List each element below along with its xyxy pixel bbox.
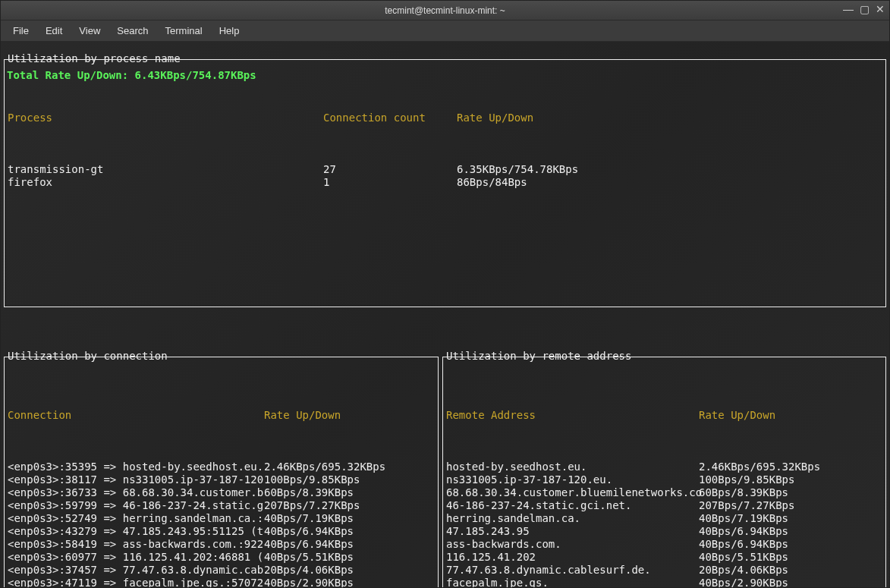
remote-rate: 2.46KBps/695.32KBps	[699, 461, 820, 473]
titlebar[interactable]: tecmint@tecmint-linux-mint: ~ — ▢ ✕	[1, 1, 889, 20]
process-conn-count: 27	[323, 163, 457, 176]
hdr-remote-rate: Rate Up/Down	[699, 409, 775, 422]
remote-rate: 40Bps/2.90KBps	[699, 577, 788, 587]
remote-rate: 40Bps/6.94KBps	[699, 538, 788, 551]
connection-rate: 40Bps/5.51KBps	[264, 551, 354, 564]
remote-row: 77.47.63.8.dynamic.cablesurf.de.20Bps/4.…	[446, 564, 882, 577]
hdr-rate: Rate Up/Down	[457, 112, 533, 124]
menu-file[interactable]: File	[5, 22, 36, 39]
process-row: transmission-gt276.35KBps/754.78KBps	[8, 163, 882, 176]
menu-view[interactable]: View	[71, 22, 108, 39]
connection-rate: 40Bps/6.94KBps	[264, 525, 354, 538]
remote-row: ns331005.ip-37-187-120.eu.100Bps/9.85KBp…	[446, 473, 882, 486]
remote-address: 47.185.243.95	[446, 525, 699, 538]
connection-rate: 2.46KBps/695.32KBps	[264, 461, 385, 473]
window-title: tecmint@tecmint-linux-mint: ~	[385, 5, 505, 16]
connection-rate: 40Bps/2.90KBps	[264, 577, 354, 587]
process-conn-count: 1	[323, 176, 457, 189]
connection-row: <enp0s3>:43279 => 47.185.243.95:51125 (t…	[8, 525, 435, 538]
pane-process: Utilization by process name ProcessConne…	[4, 59, 886, 307]
connection-name: <enp0s3>:47119 => facepalm.jpe.gs.:57072	[8, 577, 264, 587]
maximize-icon[interactable]: ▢	[860, 4, 870, 14]
connection-rate: 40Bps/7.19KBps	[264, 512, 354, 525]
connection-name: <enp0s3>:52749 => herring.sandelman.ca.:	[8, 512, 264, 525]
process-row: firefox186Bps/84Bps	[8, 176, 882, 189]
remote-row: 68.68.30.34.customer.bluemilenetworks.co…	[446, 486, 882, 499]
connection-row: <enp0s3>:37457 => 77.47.63.8.dynamic.cab…	[8, 564, 435, 577]
connection-name: <enp0s3>:35395 => hosted-by.seedhost.eu.	[8, 461, 264, 473]
process-name: transmission-gt	[8, 163, 323, 176]
remote-address: hosted-by.seedhost.eu.	[446, 461, 699, 473]
menu-search[interactable]: Search	[109, 22, 156, 39]
menu-edit[interactable]: Edit	[38, 22, 70, 39]
connection-name: <enp0s3>:59799 => 46-186-237-24.static.g	[8, 499, 264, 512]
connection-name: <enp0s3>:38117 => ns331005.ip-37-187-120	[8, 473, 264, 486]
remote-row: herring.sandelman.ca.40Bps/7.19KBps	[446, 512, 882, 525]
connection-rate: 207Bps/7.27KBps	[264, 499, 360, 512]
menu-help[interactable]: Help	[212, 22, 247, 39]
remote-row: 46-186-237-24.static.gci.net.207Bps/7.27…	[446, 499, 882, 512]
hdr-connection: Connection	[8, 409, 264, 422]
remote-rate: 40Bps/7.19KBps	[699, 512, 788, 525]
pane-process-title: Utilization by process name	[8, 52, 181, 65]
remote-address: herring.sandelman.ca.	[446, 512, 699, 525]
connection-row: <enp0s3>:36733 => 68.68.30.34.customer.b…	[8, 486, 435, 499]
close-icon[interactable]: ✕	[876, 4, 885, 14]
remote-address: 68.68.30.34.customer.bluemilenetworks.co	[446, 486, 699, 499]
minimize-icon[interactable]: —	[843, 4, 854, 14]
connection-row: <enp0s3>:59799 => 46-186-237-24.static.g…	[8, 499, 435, 512]
remote-row: 47.185.243.9540Bps/6.94KBps	[446, 525, 882, 538]
connection-name: <enp0s3>:43279 => 47.185.243.95:51125 (t	[8, 525, 264, 538]
remote-rate: 100Bps/9.85KBps	[699, 473, 794, 486]
menu-terminal[interactable]: Terminal	[158, 22, 210, 39]
remote-rate: 207Bps/7.27KBps	[699, 499, 794, 512]
connection-rate: 60Bps/8.39KBps	[264, 486, 354, 499]
hdr-conn-count: Connection count	[323, 112, 457, 124]
connection-name: <enp0s3>:37457 => 77.47.63.8.dynamic.cab	[8, 564, 264, 577]
remote-rate: 40Bps/5.51KBps	[699, 551, 788, 564]
hdr-remote: Remote Address	[446, 409, 699, 422]
connection-row: <enp0s3>:38117 => ns331005.ip-37-187-120…	[8, 473, 435, 486]
connection-rate: 100Bps/9.85KBps	[264, 473, 360, 486]
remote-row: facepalm.jpe.gs.40Bps/2.90KBps	[446, 577, 882, 587]
remote-address: 77.47.63.8.dynamic.cablesurf.de.	[446, 564, 699, 577]
connection-row: <enp0s3>:47119 => facepalm.jpe.gs.:57072…	[8, 577, 435, 587]
remote-rate: 40Bps/6.94KBps	[699, 525, 788, 538]
remote-row: hosted-by.seedhost.eu.2.46KBps/695.32KBp…	[446, 461, 882, 473]
hdr-process: Process	[8, 112, 323, 124]
connection-row: <enp0s3>:52749 => herring.sandelman.ca.:…	[8, 512, 435, 525]
process-name: firefox	[8, 176, 323, 189]
pane-connection: Utilization by connection ConnectionRate…	[4, 357, 439, 587]
connection-name: <enp0s3>:58419 => ass-backwards.com.:922	[8, 538, 264, 551]
remote-row: 116.125.41.20240Bps/5.51KBps	[446, 551, 882, 564]
remote-address: facepalm.jpe.gs.	[446, 577, 699, 587]
remote-address: 46-186-237-24.static.gci.net.	[446, 499, 699, 512]
menubar: File Edit View Search Terminal Help	[1, 20, 889, 42]
connection-rate: 20Bps/4.06KBps	[264, 564, 354, 577]
remote-row: ass-backwards.com.40Bps/6.94KBps	[446, 538, 882, 551]
remote-address: 116.125.41.202	[446, 551, 699, 564]
remote-address: ass-backwards.com.	[446, 538, 699, 551]
remote-address: ns331005.ip-37-187-120.eu.	[446, 473, 699, 486]
window-controls: — ▢ ✕	[843, 4, 885, 14]
process-rate: 6.35KBps/754.78KBps	[457, 163, 578, 176]
pane-remote: Utilization by remote address Remote Add…	[442, 357, 886, 587]
connection-rate: 40Bps/6.94KBps	[264, 538, 354, 551]
remote-rate: 20Bps/4.06KBps	[699, 564, 788, 577]
connection-row: <enp0s3>:35395 => hosted-by.seedhost.eu.…	[8, 461, 435, 473]
connection-row: <enp0s3>:60977 => 116.125.41.202:46881 (…	[8, 551, 435, 564]
connection-row: <enp0s3>:58419 => ass-backwards.com.:922…	[8, 538, 435, 551]
pane-connection-title: Utilization by connection	[8, 350, 168, 363]
process-rate: 86Bps/84Bps	[457, 176, 527, 189]
remote-rate: 60Bps/8.39KBps	[699, 486, 788, 499]
connection-name: <enp0s3>:36733 => 68.68.30.34.customer.b	[8, 486, 264, 499]
terminal-output[interactable]: Total Rate Up/Down: 6.43KBps/754.87KBps …	[1, 42, 889, 587]
terminal-window: tecmint@tecmint-linux-mint: ~ — ▢ ✕ File…	[0, 0, 890, 588]
pane-remote-title: Utilization by remote address	[446, 350, 631, 363]
hdr-conn-rate: Rate Up/Down	[264, 409, 341, 422]
connection-name: <enp0s3>:60977 => 116.125.41.202:46881 (	[8, 551, 264, 564]
